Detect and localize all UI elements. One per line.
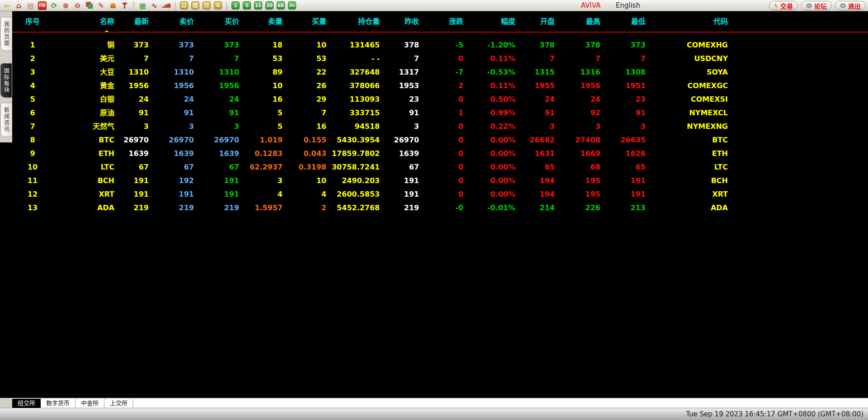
column-header-ask-vol[interactable]: 卖量 (239, 11, 283, 32)
bell-icon[interactable] (108, 1, 117, 10)
cell-change-pct: 0.11% (463, 79, 515, 93)
exchange-tab-crypto[interactable]: 数字货币 (41, 399, 75, 408)
layers-icon[interactable] (85, 1, 94, 10)
cell-bid: 191 (194, 188, 239, 201)
sort-indicator (105, 31, 108, 32)
sidebar-tab-my-page[interactable]: 我的页面 (0, 17, 12, 51)
cell-change: 0 (419, 52, 463, 66)
interval-15-button[interactable]: 15 (254, 1, 262, 9)
period-day-button[interactable]: 日 (180, 1, 188, 9)
zoom-in-icon[interactable]: ⊕ (61, 1, 70, 10)
brand-label: AVIVA (581, 1, 601, 9)
bar-chart-icon[interactable]: ▂▅▇ (162, 1, 170, 10)
cell-ask: 91 (149, 106, 194, 120)
table-row[interactable]: 2美元7775353- -700.11%777USDCNY (12, 52, 868, 66)
column-header-name[interactable]: 名称 (53, 11, 114, 32)
interval-30-button[interactable]: 30 (265, 1, 274, 9)
period-week-button[interactable]: 周 (191, 1, 199, 9)
exchange-tab-nyse[interactable]: 纽交所 (12, 399, 41, 408)
cell-seq: 10 (12, 160, 53, 174)
back-icon[interactable]: ⇦ (3, 1, 11, 10)
column-header-ask[interactable]: 卖价 (149, 11, 194, 32)
cell-ask-vol: 4 (239, 188, 283, 201)
cell-code: ADA (646, 201, 728, 215)
cell-ask: 24 (149, 93, 194, 106)
period-month-button[interactable]: 月 (203, 1, 211, 9)
interval-2hr-button[interactable]: 2hr (288, 1, 296, 9)
cell-low: 26635 (600, 133, 646, 147)
cell-ask-vol: 18 (239, 38, 283, 52)
cell-code: ETH (646, 147, 728, 160)
refresh-icon[interactable]: ⟳ (50, 1, 58, 10)
cell-bid: 1639 (194, 147, 239, 160)
column-header-prev-close[interactable]: 昨收 (380, 11, 419, 32)
cell-prev-close: 23 (380, 93, 419, 106)
table-row[interactable]: 3大豆13101310131089223276481317-7-0.53%131… (12, 66, 868, 79)
cell-last: 191 (114, 174, 149, 188)
cell-low: 7 (600, 52, 646, 66)
table-row[interactable]: 1铜3733733731810131465378-5-1.20%37837837… (12, 38, 868, 52)
column-header-last[interactable]: 最新 (114, 11, 149, 32)
interval-1-button[interactable]: 1 (231, 1, 240, 9)
table-row[interactable]: 6原油919191573337159110.99%919291NYMEXCL (12, 106, 868, 120)
table-row[interactable]: 13ADA2192192191.595725452.2768219-0-0.01… (12, 201, 868, 215)
table-row[interactable]: 9ETH1639163916390.12830.04317859.7802163… (12, 147, 868, 160)
column-header-code[interactable]: 代码 (646, 11, 728, 32)
sidebar-tab-international[interactable]: 国际板块 (0, 63, 12, 98)
table-row[interactable]: 5白银24242416291130932300.50%242423COMEXSI (12, 93, 868, 106)
table-row[interactable]: 7天然气33351694518300.22%333NYMEXNG (12, 120, 868, 133)
cell-ask-vol: 5 (239, 106, 283, 120)
cell-last: 1956 (114, 79, 149, 93)
filter-funnel-icon[interactable] (120, 1, 129, 10)
cell-bid-vol: 4 (283, 188, 326, 201)
cell-last: 3 (114, 120, 149, 133)
cell-high: 27408 (555, 133, 600, 147)
cell-code: NYMEXNG (646, 120, 728, 133)
notes-icon[interactable]: ▤ (26, 1, 35, 10)
table-row[interactable]: 10LTC67676762.29370.319830758.72416700.0… (12, 160, 868, 174)
fw-calendar-icon[interactable]: FW (38, 1, 47, 10)
exit-button[interactable]: ···退出 (835, 1, 866, 10)
trade-button[interactable]: ϟ交易 (769, 1, 798, 10)
cell-open-interest: 2490.203 (326, 174, 380, 188)
forum-button[interactable]: ···论坛 (801, 1, 832, 10)
column-header-change[interactable]: 涨跌 (419, 11, 463, 32)
lightning-icon: ϟ (774, 2, 778, 9)
cell-low: 1308 (600, 66, 646, 79)
cell-seq: 9 (12, 147, 53, 160)
exchange-tab-sse[interactable]: 上交所 (104, 399, 133, 408)
exchange-tab-cffex[interactable]: 中金所 (75, 399, 104, 408)
cell-last: 191 (114, 188, 149, 201)
period-x-button[interactable]: X (214, 1, 222, 9)
edit-pencil-icon[interactable]: ✎ (97, 1, 105, 10)
home-icon[interactable]: ⌂ (14, 1, 23, 10)
cell-last: 373 (114, 38, 149, 52)
table-row[interactable]: 4黄金1956195619561026378066195320.11%19551… (12, 79, 868, 93)
cell-last: 1639 (114, 147, 149, 160)
column-header-change-pct[interactable]: 幅度 (463, 11, 515, 32)
line-chart-icon[interactable]: ∿ (150, 1, 159, 10)
interval-5-button[interactable]: 5 (243, 1, 251, 9)
cell-name: 原油 (53, 106, 114, 120)
column-header-high[interactable]: 最高 (555, 11, 600, 32)
table-row[interactable]: 12XRT191191191442600.585319100.00%194195… (12, 188, 868, 201)
table-row[interactable]: 8BTC2697026970269701.0190.1555430.395426… (12, 133, 868, 147)
column-header-bid-vol[interactable]: 买量 (283, 11, 326, 32)
column-header-low[interactable]: 最低 (600, 11, 646, 32)
cell-bid: 7 (194, 52, 239, 66)
column-header-bid[interactable]: 买价 (194, 11, 239, 32)
cell-code: LTC (646, 160, 728, 174)
language-switcher[interactable]: English (616, 1, 640, 9)
table-row[interactable]: 11BCH1911921913102490.20319100.00%194195… (12, 174, 868, 188)
cell-code: USDCNY (646, 52, 728, 66)
interval-60-button[interactable]: 60 (277, 1, 285, 9)
zoom-out-icon[interactable]: ⊖ (73, 1, 82, 10)
column-header-seq[interactable]: 序号 (12, 11, 53, 32)
column-header-open-interest[interactable]: 持仓量 (326, 11, 380, 32)
cell-name: LTC (53, 160, 114, 174)
cell-bid: 373 (194, 38, 239, 52)
column-header-open[interactable]: 开盘 (515, 11, 555, 32)
cell-ask-vol: 1.5957 (239, 201, 283, 215)
table-view-icon[interactable]: ▦ (138, 1, 147, 10)
sidebar-tab-news[interactable]: 新闻资讯 (0, 103, 12, 137)
